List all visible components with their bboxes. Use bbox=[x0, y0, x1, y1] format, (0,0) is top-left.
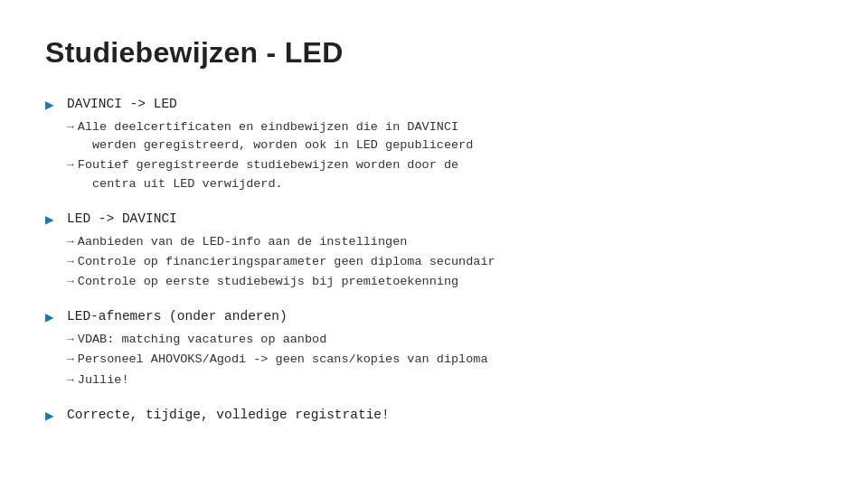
sub-arrow-2-1: → bbox=[67, 233, 74, 251]
sub-item-1-1: → Alle deelcertificaten en eindbewijzen … bbox=[67, 118, 473, 155]
sub-text-2-3: Controle op eerste studiebewijs bij prem… bbox=[78, 273, 458, 291]
bullet-content-1: DAVINCI -> LED → Alle deelcertificaten e… bbox=[67, 95, 473, 193]
sub-item-2-1: → Aanbieden van de LED-info aan de inste… bbox=[67, 233, 495, 251]
sub-item-1-2: → Foutief geregistreerde studiebewijzen … bbox=[67, 156, 473, 193]
sub-arrow-3-3: → bbox=[67, 371, 74, 389]
sub-item-2-2: → Controle op financieringsparameter gee… bbox=[67, 253, 495, 271]
bullet-content-4: Correcte, tijdige, volledige registratie… bbox=[67, 406, 390, 426]
sub-text-2-1: Aanbieden van de LED-info aan de instell… bbox=[78, 233, 408, 251]
slide-title: Studiebewijzen - LED bbox=[45, 36, 823, 70]
sub-item-3-2: → Personeel AHOVOKS/Agodi -> geen scans/… bbox=[67, 351, 488, 369]
sub-arrow-2-2: → bbox=[67, 253, 74, 271]
section-davinci-to-led: ▶ DAVINCI -> LED → Alle deelcertificaten… bbox=[45, 95, 823, 193]
section-led-to-davinci: ▶ LED -> DAVINCI → Aanbieden van de LED-… bbox=[45, 210, 823, 292]
sub-arrow-1-2: → bbox=[67, 156, 74, 174]
sub-items-1: → Alle deelcertificaten en eindbewijzen … bbox=[67, 118, 473, 193]
bullet-title-4: Correcte, tijdige, volledige registratie… bbox=[67, 406, 390, 426]
sub-text-3-2: Personeel AHOVOKS/Agodi -> geen scans/ko… bbox=[78, 351, 488, 369]
sub-item-3-1: → VDAB: matching vacatures op aanbod bbox=[67, 331, 488, 349]
bullet-icon-3: ▶ bbox=[45, 308, 58, 326]
sub-text-3-1: VDAB: matching vacatures op aanbod bbox=[78, 331, 326, 349]
bullet-icon-4: ▶ bbox=[45, 407, 58, 425]
bullet-title-3: LED-afnemers (onder anderen) bbox=[67, 307, 488, 327]
sub-text-1-2: Foutief geregistreerde studiebewijzen wo… bbox=[78, 156, 458, 193]
sub-text-2-2: Controle op financieringsparameter geen … bbox=[78, 253, 495, 271]
sub-text-1-1: Alle deelcertificaten en eindbewijzen di… bbox=[78, 118, 473, 155]
section-led-afnemers: ▶ LED-afnemers (onder anderen) → VDAB: m… bbox=[45, 307, 823, 389]
bullet-icon-1: ▶ bbox=[45, 96, 58, 114]
sub-text-3-3: Jullie! bbox=[78, 371, 129, 389]
bullet-content-2: LED -> DAVINCI → Aanbieden van de LED-in… bbox=[67, 210, 495, 292]
section-correcte: ▶ Correcte, tijdige, volledige registrat… bbox=[45, 406, 823, 426]
bullet-content-3: LED-afnemers (onder anderen) → VDAB: mat… bbox=[67, 307, 488, 389]
slide: Studiebewijzen - LED ▶ DAVINCI -> LED → … bbox=[0, 0, 868, 488]
content-area: ▶ DAVINCI -> LED → Alle deelcertificaten… bbox=[45, 95, 823, 426]
sub-items-2: → Aanbieden van de LED-info aan de inste… bbox=[67, 233, 495, 292]
sub-arrow-1-1: → bbox=[67, 118, 74, 136]
sub-arrow-3-2: → bbox=[67, 351, 74, 369]
sub-arrow-2-3: → bbox=[67, 273, 74, 291]
bullet-title-2: LED -> DAVINCI bbox=[67, 210, 495, 230]
sub-items-3: → VDAB: matching vacatures op aanbod → P… bbox=[67, 331, 488, 389]
sub-item-3-3: → Jullie! bbox=[67, 371, 488, 389]
sub-arrow-3-1: → bbox=[67, 331, 74, 349]
bullet-icon-2: ▶ bbox=[45, 211, 58, 229]
sub-item-2-3: → Controle op eerste studiebewijs bij pr… bbox=[67, 273, 495, 291]
bullet-title-1: DAVINCI -> LED bbox=[67, 95, 473, 115]
